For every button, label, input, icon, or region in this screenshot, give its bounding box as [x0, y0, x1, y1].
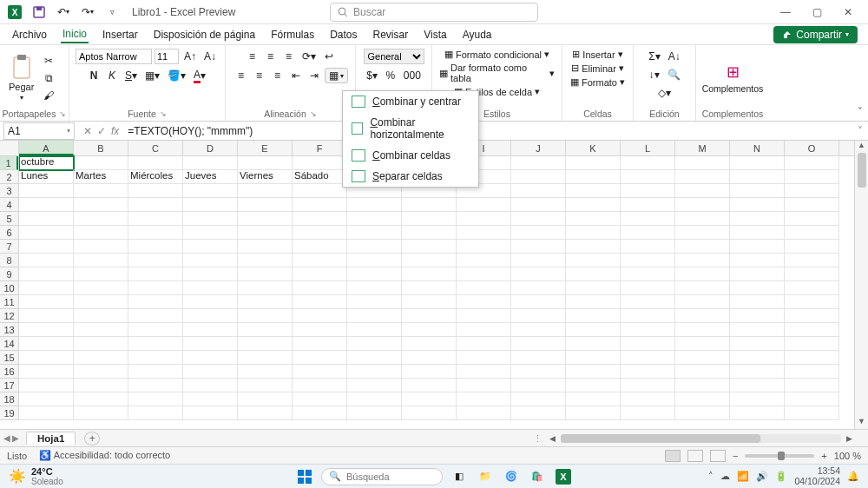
formula-input[interactable]: =TEXTO(HOY(); "mmmm") [124, 125, 852, 137]
cell-N11[interactable] [730, 295, 785, 309]
cell-J3[interactable] [511, 184, 566, 198]
cell-G16[interactable] [347, 365, 402, 379]
cell-C5[interactable] [128, 212, 183, 226]
cell-M17[interactable] [675, 379, 730, 392]
cell-O14[interactable] [785, 337, 839, 351]
cell-O9[interactable] [785, 267, 839, 281]
horizontal-scrollbar[interactable]: ⋮ ◀ ▶ [533, 432, 854, 445]
cell-B2[interactable]: Martes [74, 170, 128, 184]
cell-H4[interactable] [402, 198, 457, 212]
column-header-E[interactable]: E [238, 141, 293, 155]
weather-widget[interactable]: ☀️ 24°CSoleado [9, 466, 63, 486]
clipboard-launcher[interactable]: ↘ [59, 109, 66, 118]
cell-F2[interactable]: Sábado [293, 170, 347, 184]
zoom-in-button[interactable]: + [821, 451, 826, 461]
undo-button[interactable]: ↶ ▾ [54, 3, 73, 22]
cell-H9[interactable] [402, 267, 457, 281]
row-header-19[interactable]: 19 [0, 406, 18, 420]
row-header-1[interactable]: 1 [0, 156, 18, 170]
cell-D17[interactable] [183, 379, 238, 392]
cell-I18[interactable] [457, 392, 511, 406]
cell-K14[interactable] [566, 337, 621, 351]
cell-K1[interactable] [566, 156, 621, 170]
cell-K8[interactable] [566, 254, 621, 267]
menu-vista[interactable]: Vista [422, 27, 448, 43]
excel-taskbar-button[interactable]: X [554, 467, 573, 486]
cell-E17[interactable] [238, 379, 293, 392]
search-box[interactable]: Buscar [330, 3, 538, 22]
cell-D1[interactable] [183, 156, 238, 170]
cell-L5[interactable] [621, 212, 675, 226]
cell-E16[interactable] [238, 365, 293, 379]
underline-button[interactable]: S▾ [122, 68, 140, 83]
cell-B19[interactable] [74, 406, 128, 420]
cell-M9[interactable] [675, 267, 730, 281]
cell-O2[interactable] [785, 170, 839, 184]
cell-L8[interactable] [621, 254, 675, 267]
cell-M13[interactable] [675, 323, 730, 337]
cell-D3[interactable] [183, 184, 238, 198]
cell-D7[interactable] [183, 240, 238, 254]
cell-E6[interactable] [238, 226, 293, 240]
wrap-text-button[interactable]: ↩ [321, 49, 337, 64]
borders-button[interactable]: ▦▾ [142, 68, 162, 83]
cell-F15[interactable] [293, 351, 347, 365]
cell-K2[interactable] [566, 170, 621, 184]
tab-scroll-left[interactable]: ◀ [3, 433, 10, 443]
cell-E1[interactable] [238, 156, 293, 170]
cell-O17[interactable] [785, 379, 839, 392]
menu-archivo[interactable]: Archivo [10, 27, 49, 43]
cell-H15[interactable] [402, 351, 457, 365]
cell-A19[interactable] [19, 406, 74, 420]
cell-M1[interactable] [675, 156, 730, 170]
cell-C18[interactable] [128, 392, 183, 406]
tab-scroll-right[interactable]: ▶ [12, 433, 19, 443]
tray-volume-icon[interactable]: 🔊 [756, 471, 768, 482]
delete-cells-button[interactable]: ⊟ Eliminar ▾ [571, 63, 624, 74]
cell-J5[interactable] [511, 212, 566, 226]
cell-O3[interactable] [785, 184, 839, 198]
cell-B8[interactable] [74, 254, 128, 267]
fill-button[interactable]: ↓▾ [647, 67, 662, 82]
cell-D13[interactable] [183, 323, 238, 337]
cell-O1[interactable] [785, 156, 839, 170]
cell-F10[interactable] [293, 281, 347, 295]
cell-G5[interactable] [347, 212, 402, 226]
cell-C3[interactable] [128, 184, 183, 198]
qat-customize[interactable]: ▿ [102, 3, 122, 22]
cell-G10[interactable] [347, 281, 402, 295]
cell-F16[interactable] [293, 365, 347, 379]
cell-I5[interactable] [457, 212, 511, 226]
cell-O11[interactable] [785, 295, 839, 309]
cell-N10[interactable] [730, 281, 785, 295]
cell-L9[interactable] [621, 267, 675, 281]
cell-E7[interactable] [238, 240, 293, 254]
cell-A18[interactable] [19, 392, 74, 406]
cell-I15[interactable] [457, 351, 511, 365]
menu-datos[interactable]: Datos [328, 27, 358, 43]
cell-N4[interactable] [730, 198, 785, 212]
cell-F4[interactable] [293, 198, 347, 212]
cell-M14[interactable] [675, 337, 730, 351]
cell-M2[interactable] [675, 170, 730, 184]
cell-G4[interactable] [347, 198, 402, 212]
cell-F13[interactable] [293, 323, 347, 337]
column-header-A[interactable]: A [19, 141, 74, 155]
cell-A1[interactable]: octubre [19, 156, 74, 170]
align-center-button[interactable]: ≡ [252, 68, 267, 83]
cell-A5[interactable] [19, 212, 74, 226]
cell-A12[interactable] [19, 309, 74, 323]
close-button[interactable]: ✕ [838, 6, 858, 18]
cell-C7[interactable] [128, 240, 183, 254]
menu-disposicion[interactable]: Disposición de página [152, 27, 257, 43]
cell-N18[interactable] [730, 392, 785, 406]
cell-L2[interactable] [621, 170, 675, 184]
cell-N5[interactable] [730, 212, 785, 226]
font-size-input[interactable] [155, 49, 179, 64]
cell-A16[interactable] [19, 365, 74, 379]
row-header-3[interactable]: 3 [0, 184, 18, 198]
cell-J6[interactable] [511, 226, 566, 240]
cell-N16[interactable] [730, 365, 785, 379]
cell-C1[interactable] [128, 156, 183, 170]
row-header-10[interactable]: 10 [0, 281, 18, 295]
